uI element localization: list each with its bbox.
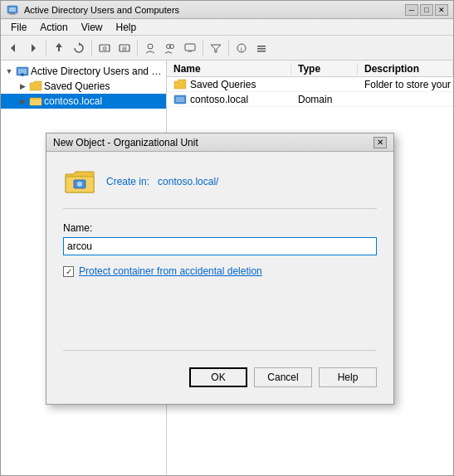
- svg-text:⚙: ⚙: [102, 46, 107, 51]
- toolbar-sep-1: [46, 40, 46, 56]
- toolbar-user-btn[interactable]: [141, 39, 159, 57]
- tree-root-item[interactable]: ▼ Active Directory Users and Com: [1, 64, 166, 79]
- back-button[interactable]: [4, 39, 22, 57]
- dialog-create-in-area: Create in: contoso.local/: [106, 176, 218, 187]
- dialog-separator: [63, 350, 377, 351]
- toolbar-btn-6[interactable]: [252, 39, 271, 57]
- checkbox-checkmark: [66, 265, 72, 277]
- tree-saved-queries-label: Saved Queries: [44, 80, 110, 92]
- svg-point-33: [77, 182, 82, 187]
- svg-rect-16: [185, 44, 195, 51]
- tree-root-label: Active Directory Users and Com: [31, 66, 163, 77]
- svg-rect-30: [176, 97, 184, 102]
- svg-marker-4: [11, 44, 15, 52]
- toolbar-group-btn[interactable]: [161, 39, 179, 57]
- menu-file[interactable]: File: [4, 20, 33, 35]
- filter-button[interactable]: [207, 39, 225, 57]
- svg-text:⊞: ⊞: [122, 46, 127, 51]
- tree-saved-queries-expander[interactable]: ▶: [17, 81, 27, 91]
- refresh-button[interactable]: [70, 39, 88, 57]
- window-controls: ─ □ ✕: [405, 4, 448, 16]
- ok-button[interactable]: OK: [189, 367, 247, 387]
- dialog-buttons: OK Cancel Help: [63, 361, 377, 391]
- menu-view[interactable]: View: [75, 20, 110, 35]
- dialog-spacer: [63, 290, 377, 340]
- toolbar-computer-btn[interactable]: [181, 39, 199, 57]
- svg-rect-21: [257, 46, 266, 47]
- app-icon: [6, 3, 19, 17]
- tree-saved-queries[interactable]: ▶ Saved Queries: [1, 79, 166, 94]
- minimize-button[interactable]: ─: [405, 4, 418, 16]
- window-title: Active Directory Users and Computers: [24, 5, 405, 15]
- list-cell-desc-1: Folder to store your favo...: [358, 79, 453, 90]
- svg-rect-1: [9, 7, 16, 12]
- cancel-button[interactable]: Cancel: [254, 367, 312, 387]
- svg-point-26: [21, 73, 24, 76]
- menu-help[interactable]: Help: [110, 20, 144, 35]
- toolbar: ⚙ ⊞ i: [1, 36, 453, 61]
- dialog-create-in-label: Create in: contoso.local/: [106, 176, 218, 187]
- toolbar-sep-2: [91, 40, 92, 56]
- dialog-create-in-value: contoso.local/: [158, 176, 218, 187]
- dialog-name-field: Name:: [63, 222, 377, 255]
- column-description[interactable]: Description: [358, 63, 453, 75]
- toolbar-sep-5: [228, 40, 229, 56]
- help-button[interactable]: Help: [319, 367, 377, 387]
- dialog-new-ou: New Object - Organizational Unit ✕ Creat…: [46, 133, 394, 405]
- list-cell-type-2: Domain: [291, 94, 358, 105]
- svg-rect-22: [257, 48, 266, 50]
- toolbar-sep-4: [203, 40, 203, 56]
- tree-contoso-expander[interactable]: ▶: [17, 96, 27, 106]
- toolbar-btn-3[interactable]: ⚙: [95, 39, 114, 57]
- svg-rect-17: [188, 51, 192, 52]
- dialog-title-bar: New Object - Organizational Unit ✕: [46, 134, 393, 152]
- list-row[interactable]: contoso.local Domain: [167, 92, 453, 107]
- column-type[interactable]: Type: [291, 63, 358, 75]
- svg-marker-18: [211, 45, 221, 52]
- list-cell-name-2: contoso.local: [167, 93, 291, 106]
- toolbar-sep-3: [137, 40, 138, 56]
- tree-root-expander[interactable]: ▼: [4, 66, 14, 76]
- menu-action[interactable]: Action: [33, 20, 74, 35]
- list-row[interactable]: Saved Queries Folder to store your favo.…: [167, 77, 453, 92]
- title-bar: Active Directory Users and Computers ─ □…: [1, 1, 453, 19]
- domain-icon: [173, 93, 187, 106]
- tree-root-icon: [16, 65, 29, 78]
- column-name[interactable]: Name: [167, 63, 291, 75]
- maximize-button[interactable]: □: [420, 4, 433, 16]
- dialog-body: Create in: contoso.local/ Name: Protect …: [46, 152, 393, 404]
- tree-saved-queries-icon: [29, 80, 42, 93]
- dialog-ou-icon: [63, 165, 96, 198]
- list-cell-name-1: Saved Queries: [167, 78, 291, 91]
- dialog-header-row: Create in: contoso.local/: [63, 165, 377, 209]
- dialog-title: New Object - Organizational Unit: [53, 137, 373, 148]
- svg-text:i: i: [241, 46, 242, 53]
- svg-marker-5: [32, 44, 36, 52]
- toolbar-btn-5[interactable]: i: [232, 39, 251, 57]
- dialog-name-input[interactable]: [63, 237, 377, 255]
- dialog-checkbox-row: Protect container from accidental deleti…: [63, 265, 377, 277]
- dialog-name-label: Name:: [63, 222, 377, 234]
- toolbar-btn-4[interactable]: ⊞: [115, 39, 134, 57]
- tree-contoso-local[interactable]: ▶ contoso.local: [1, 94, 166, 109]
- tree-contoso-icon: [29, 95, 42, 108]
- protect-container-checkbox[interactable]: [63, 266, 74, 277]
- svg-marker-7: [56, 43, 62, 47]
- forward-button[interactable]: [24, 39, 42, 57]
- tree-contoso-label: contoso.local: [44, 95, 102, 107]
- checkbox-label: Protect container from accidental deleti…: [79, 265, 262, 277]
- svg-rect-28: [30, 100, 41, 105]
- close-button[interactable]: ✕: [435, 4, 448, 16]
- folder-icon: [173, 78, 187, 91]
- list-header: Name Type Description: [167, 61, 453, 77]
- svg-rect-23: [257, 51, 266, 52]
- svg-rect-3: [9, 14, 16, 15]
- dialog-close-button[interactable]: ✕: [373, 137, 387, 148]
- up-button[interactable]: [50, 39, 68, 57]
- menu-bar: File Action View Help: [1, 19, 453, 36]
- svg-point-13: [148, 44, 153, 49]
